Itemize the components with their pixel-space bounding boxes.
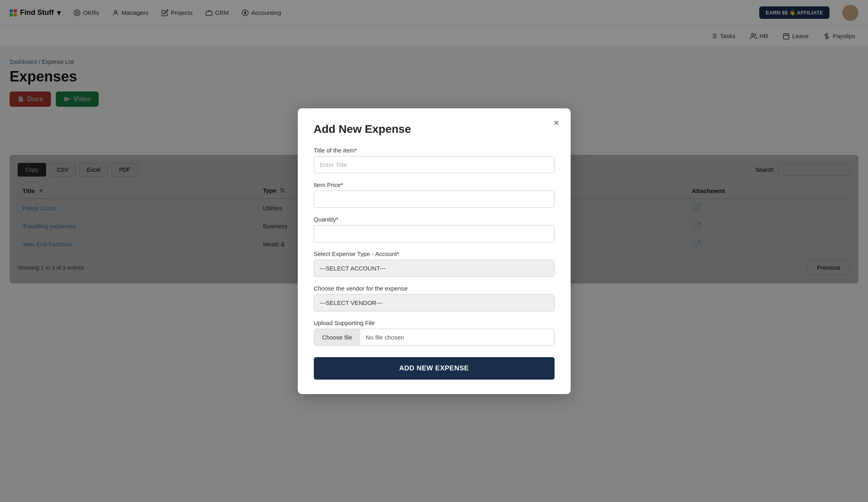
expense-type-label: Select Expense Type - Account*: [314, 250, 555, 257]
price-field-group: Item Price*: [314, 181, 555, 208]
file-upload-row: Choose file No file chosen: [314, 329, 555, 346]
no-file-text: No file chosen: [360, 329, 554, 346]
title-label: Title of the item*: [314, 147, 555, 154]
title-field-group: Title of the item*: [314, 147, 555, 173]
quantity-label: Quantity*: [314, 216, 555, 223]
modal-close-button[interactable]: ×: [553, 118, 559, 128]
quantity-input[interactable]: [314, 225, 555, 242]
vendor-select[interactable]: ---SELECT VENDOR---: [314, 294, 555, 311]
price-label: Item Price*: [314, 181, 555, 188]
vendor-field-group: Choose the vendor for the expense ---SEL…: [314, 285, 555, 311]
modal-overlay: Add New Expense × Title of the item* Ite…: [0, 0, 868, 502]
quantity-field-group: Quantity*: [314, 216, 555, 242]
price-input[interactable]: [314, 191, 555, 208]
add-expense-modal: Add New Expense × Title of the item* Ite…: [298, 108, 571, 394]
choose-file-button[interactable]: Choose file: [314, 329, 360, 346]
expense-type-field-group: Select Expense Type - Account* ---SELECT…: [314, 250, 555, 277]
file-upload-group: Upload Supporting File Choose file No fi…: [314, 319, 555, 346]
modal-title: Add New Expense: [314, 123, 555, 136]
vendor-label: Choose the vendor for the expense: [314, 285, 555, 292]
file-upload-label: Upload Supporting File: [314, 319, 555, 326]
title-input[interactable]: [314, 156, 555, 173]
submit-expense-button[interactable]: ADD NEW EXPENSE: [314, 357, 555, 380]
expense-type-select[interactable]: ---SELECT ACCOUNT---: [314, 260, 555, 277]
